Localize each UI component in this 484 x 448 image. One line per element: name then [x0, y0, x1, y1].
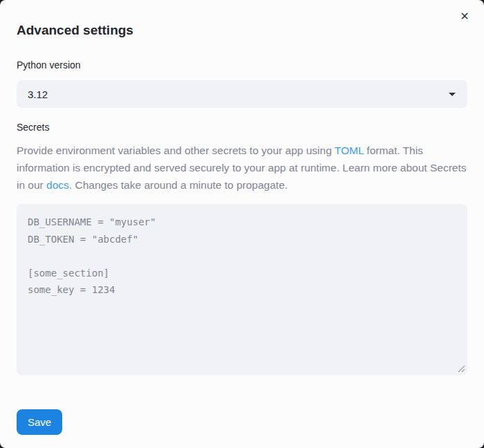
toml-link[interactable]: TOML [335, 144, 364, 156]
save-button[interactable]: Save [17, 409, 62, 435]
docs-link[interactable]: docs [46, 179, 69, 191]
dialog-title: Advanced settings [17, 0, 467, 39]
resize-handle-icon[interactable] [457, 364, 465, 373]
secrets-textarea-container: DB_USERNAME = "myuser" DB_TOKEN = "abcde… [17, 204, 467, 375]
close-icon[interactable]: ✕ [456, 8, 473, 25]
chevron-down-icon [449, 93, 456, 96]
python-version-selected-value: 3.12 [28, 88, 48, 100]
secrets-label: Secrets [17, 122, 467, 133]
advanced-settings-dialog: ✕ Advanced settings Python version 3.12 … [0, 0, 484, 448]
secrets-description-text-1: Provide environment variables and other … [17, 144, 335, 156]
secrets-description: Provide environment variables and other … [17, 142, 467, 194]
python-version-select[interactable]: 3.12 [17, 80, 467, 108]
secrets-input[interactable]: DB_USERNAME = "myuser" DB_TOKEN = "abcde… [17, 204, 467, 375]
python-version-label: Python version [17, 59, 467, 71]
secrets-description-text-3: . Changes take around a minute to propag… [69, 179, 288, 191]
